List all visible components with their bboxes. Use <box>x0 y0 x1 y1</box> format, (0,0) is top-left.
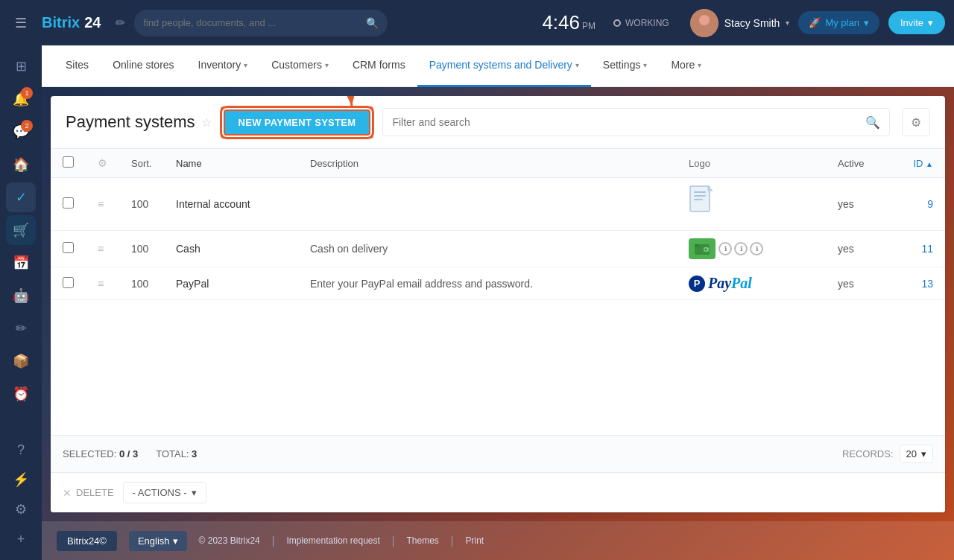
header-id[interactable]: ID ▲ <box>885 149 945 178</box>
selected-label: SELECTED: <box>63 448 116 459</box>
row1-drag[interactable]: ≡ <box>86 178 119 231</box>
sidebar-item-settings[interactable]: ⚙ <box>6 494 36 524</box>
sidebar-item-pen[interactable]: ✏ <box>6 314 36 343</box>
calendar-icon: 📅 <box>13 255 29 271</box>
sidebar-item-dashboard[interactable]: ⊞ <box>6 51 36 81</box>
row3-checkbox[interactable] <box>63 277 74 288</box>
row1-checkbox[interactable] <box>63 197 74 209</box>
sidebar-item-notifications[interactable]: 🔔 1 <box>6 84 36 114</box>
invite-label: Invite <box>900 17 923 28</box>
row3-id-link[interactable]: 13 <box>921 278 933 290</box>
sidebar-item-tasks[interactable]: ✓ <box>6 182 36 212</box>
sidebar-item-box[interactable]: 📦 <box>6 346 36 376</box>
tab-online-stores-label: Online stores <box>113 59 174 71</box>
box-icon: 📦 <box>13 353 29 369</box>
payment-systems-table: ⚙ Sort. Name Description Logo Active ID … <box>51 149 945 435</box>
sidebar-item-home[interactable]: 🏠 <box>6 150 36 179</box>
tab-more[interactable]: More ▾ <box>659 45 713 87</box>
delete-label: DELETE <box>76 487 114 498</box>
select-all-checkbox[interactable] <box>63 156 74 168</box>
row1-id-link[interactable]: 9 <box>927 198 933 210</box>
description-label: Description <box>310 158 358 169</box>
more-chevron-icon: ▾ <box>698 61 701 69</box>
pen-icon: ✏ <box>16 320 27 337</box>
row2-drag[interactable]: ≡ <box>86 231 119 267</box>
svg-rect-5 <box>694 191 706 193</box>
records-dropdown[interactable]: 20 ▾ <box>900 445 933 463</box>
page-header: Payment systems ☆ NEW PAYMENT S <box>51 96 945 149</box>
active-label: Active <box>838 158 864 169</box>
row3-checkbox-cell <box>51 267 86 300</box>
page-settings-button[interactable]: ⚙ <box>902 108 930 136</box>
sidebar-item-clock[interactable]: ⏰ <box>6 379 36 409</box>
filter-search-icon: 🔍 <box>865 115 880 130</box>
table-row: ≡ 100 Internal account <box>51 178 945 231</box>
footer-bitrix-button[interactable]: Bitrix24© <box>57 531 117 551</box>
myplan-icon: 🚀 <box>809 17 821 28</box>
footer-print-link[interactable]: Print <box>465 535 484 546</box>
tab-payment-systems[interactable]: Payment systems and Delivery ▾ <box>417 45 591 87</box>
header-checkbox[interactable] <box>51 149 86 178</box>
tab-inventory[interactable]: Inventory ▾ <box>186 45 260 87</box>
header-description[interactable]: Description <box>298 149 677 178</box>
footer-implementation-link[interactable]: Implementation request <box>286 535 379 546</box>
search-bar[interactable]: 🔍 <box>134 10 388 36</box>
tab-sites-label: Sites <box>66 59 89 71</box>
search-icon: 🔍 <box>366 17 379 29</box>
row2-id-link[interactable]: 11 <box>921 243 933 255</box>
header-sort[interactable]: Sort. <box>119 149 164 178</box>
new-payment-system-button[interactable]: NEW PAYMENT SYSTEM <box>224 109 371 136</box>
header-gear[interactable]: ⚙ <box>86 149 119 178</box>
delete-button[interactable]: ✕ DELETE <box>63 487 114 499</box>
user-menu[interactable]: Stacy Smith ▾ <box>690 9 790 37</box>
sidebar-item-lightning[interactable]: ⚡ <box>6 465 36 494</box>
filter-search-bar[interactable]: 🔍 <box>382 108 890 136</box>
user-chevron-icon: ▾ <box>786 19 789 27</box>
filter-input[interactable] <box>392 116 865 128</box>
wallet-svg <box>694 242 710 255</box>
footer-language-chevron-icon: ▾ <box>173 535 178 547</box>
favorite-star-icon[interactable]: ☆ <box>201 115 212 130</box>
selected-value: 0 / 3 <box>119 448 138 459</box>
footer-themes-link[interactable]: Themes <box>406 535 438 546</box>
myplan-button[interactable]: 🚀 My plan ▾ <box>798 11 879 34</box>
row2-checkbox[interactable] <box>63 242 74 253</box>
row3-drag[interactable]: ≡ <box>86 267 119 300</box>
total-value: 3 <box>192 448 197 459</box>
sidebar-item-help[interactable]: ? <box>6 435 36 465</box>
sidebar-item-add[interactable]: + <box>6 524 36 554</box>
tab-settings[interactable]: Settings ▾ <box>591 45 660 87</box>
svg-rect-11 <box>695 244 699 246</box>
nav-tabs: Sites Online stores Inventory ▾ Customer… <box>42 45 954 87</box>
paypal-logo: P PayPal <box>689 275 814 292</box>
selected-count: SELECTED: 0 / 3 <box>63 448 138 459</box>
search-input[interactable] <box>143 17 360 28</box>
row2-id: 11 <box>885 231 945 267</box>
add-icon: + <box>17 532 25 547</box>
records-per-page: RECORDS: 20 ▾ <box>842 445 933 463</box>
footer-language-selector[interactable]: English ▾ <box>129 531 187 551</box>
sidebar-item-shop[interactable]: 🛒 <box>6 215 36 245</box>
working-status[interactable]: WORKING <box>613 18 669 28</box>
tab-sites[interactable]: Sites <box>54 45 101 87</box>
tab-crm-forms[interactable]: CRM forms <box>341 45 417 87</box>
new-payment-wrapper: NEW PAYMENT SYSTEM <box>224 109 371 136</box>
row2-description: Cash on delivery <box>298 231 677 267</box>
header-logo[interactable]: Logo <box>677 149 826 178</box>
table: ⚙ Sort. Name Description Logo Active ID … <box>51 149 945 300</box>
sidebar-item-messages[interactable]: 💬 2 <box>6 117 36 147</box>
actions-dropdown[interactable]: - ACTIONS - ▾ <box>123 482 206 503</box>
row2-name: Cash <box>164 231 298 267</box>
sidebar-item-robot[interactable]: 🤖 <box>6 281 36 311</box>
tab-online-stores[interactable]: Online stores <box>101 45 186 87</box>
header-name[interactable]: Name <box>164 149 298 178</box>
footer-sep-3: | <box>451 535 454 547</box>
invite-button[interactable]: Invite ▾ <box>888 11 945 34</box>
tab-customers[interactable]: Customers ▾ <box>259 45 341 87</box>
id-label: ID <box>913 158 923 169</box>
menu-icon[interactable]: ☰ <box>9 9 33 37</box>
sidebar-item-calendar[interactable]: 📅 <box>6 248 36 278</box>
edit-icon[interactable]: ✏ <box>116 16 125 30</box>
robot-icon: 🤖 <box>13 287 29 304</box>
header-active[interactable]: Active <box>826 149 885 178</box>
